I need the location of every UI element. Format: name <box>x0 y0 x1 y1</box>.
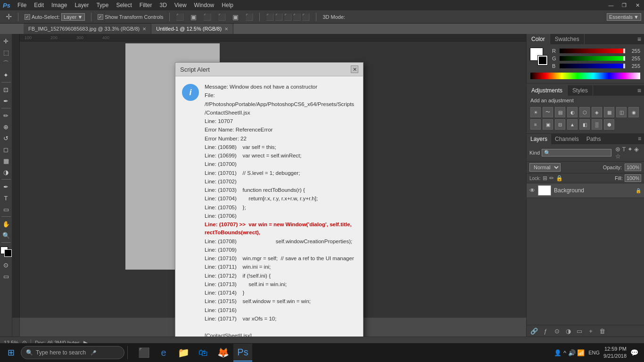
invert-adjustment-icon[interactable]: ⊟ <box>555 119 565 130</box>
show-transform-checkbox[interactable] <box>98 14 103 20</box>
brush-tool[interactable]: ✏ <box>1 110 11 121</box>
eyedropper-tool[interactable]: ✒ <box>1 96 11 106</box>
start-button[interactable]: ⊞ <box>2 344 20 362</box>
selectivecolor-adjustment-icon[interactable]: ⬢ <box>604 119 614 130</box>
hsl-adjustment-icon[interactable]: ◈ <box>592 107 602 117</box>
lock-all-icon[interactable]: 🔒 <box>556 175 563 181</box>
tab-untitled-close[interactable]: ✕ <box>224 26 228 32</box>
auto-select-check[interactable]: Auto-Select: Layer ▼ <box>22 12 88 22</box>
quick-mask-tool[interactable]: ⊙ <box>1 260 11 270</box>
align-left-icon[interactable]: ⬛ <box>215 12 229 22</box>
tab-fb-img[interactable]: FB_IMG_1527696085683.jpg @ 33.3% (RGB/8)… <box>24 24 151 34</box>
taskbar-store[interactable]: 🛍 <box>194 344 213 362</box>
layers-panel-collapse-icon[interactable]: ≡ <box>635 134 644 144</box>
align-top-icon[interactable]: ⬛ <box>173 12 187 22</box>
opacity-input[interactable] <box>625 164 641 171</box>
taskbar-edge[interactable]: e <box>154 344 173 362</box>
background-color[interactable] <box>4 249 12 257</box>
crop-tool[interactable]: ⊡ <box>1 84 11 95</box>
notifications-icon[interactable]: 💬 <box>630 349 638 356</box>
pen-tool[interactable]: ✒ <box>1 181 11 192</box>
tab-fb-img-close[interactable]: ✕ <box>142 26 146 32</box>
lasso-tool[interactable]: ⌒ <box>1 58 11 69</box>
levels-adjustment-icon[interactable]: ▤ <box>555 107 565 117</box>
fill-input[interactable] <box>625 174 641 182</box>
colbalance-adjustment-icon[interactable]: ▦ <box>604 107 614 117</box>
layers-search-input[interactable] <box>542 149 611 156</box>
tab-swatches[interactable]: Swatches <box>550 34 585 44</box>
layer-mask-icon[interactable]: ⊙ <box>552 327 561 335</box>
menu-help[interactable]: Help <box>218 1 237 9</box>
layer-delete-icon[interactable]: 🗑 <box>597 327 607 335</box>
adjustments-collapse-icon[interactable]: ≡ <box>635 85 644 96</box>
brightness-adjustment-icon[interactable]: ☀ <box>530 107 541 117</box>
blue-slider[interactable] <box>560 64 625 68</box>
modal-close-button[interactable]: ✕ <box>351 66 358 73</box>
menu-filter[interactable]: Filter <box>136 1 156 9</box>
taskbar-firefox[interactable]: 🦊 <box>214 344 232 362</box>
auto-select-type-dropdown[interactable]: Layer ▼ <box>61 13 85 21</box>
taskbar-task-view[interactable]: ⬛ <box>134 344 153 362</box>
layer-style-icon[interactable]: ƒ <box>541 327 550 335</box>
screen-mode-tool[interactable]: ▭ <box>1 271 11 281</box>
hand-tool[interactable]: ✋ <box>1 219 11 229</box>
tab-styles[interactable]: Styles <box>568 85 593 96</box>
colorlookup-adjustment-icon[interactable]: ▣ <box>543 119 553 130</box>
menu-window[interactable]: Window <box>191 1 218 9</box>
tab-untitled[interactable]: Untitled-1 @ 12.5% (RGB/8) ✕ <box>151 24 233 34</box>
gradient-tool[interactable]: ▦ <box>1 156 11 166</box>
background-color-swatch[interactable] <box>538 56 547 65</box>
taskbar-search-box[interactable]: 🔍 Type here to search 🎤 <box>21 346 124 359</box>
vibrance-adjustment-icon[interactable]: ⬡ <box>579 107 590 117</box>
color-spectrum-bar[interactable] <box>530 73 640 79</box>
taskbar-explorer[interactable]: 📁 <box>174 344 193 362</box>
magic-wand-tool[interactable]: ✦ <box>1 70 11 80</box>
restore-button[interactable]: ❐ <box>618 0 631 10</box>
lock-position-icon[interactable]: ⊞ <box>543 175 547 181</box>
show-transform-check[interactable]: Show Transform Controls <box>95 13 166 21</box>
red-slider[interactable] <box>560 49 625 53</box>
align-bottom-icon[interactable]: ⬛ <box>200 12 214 22</box>
threshold-adjustment-icon[interactable]: ◧ <box>579 119 590 130</box>
curves-adjustment-icon[interactable]: 〜 <box>543 107 553 117</box>
menu-layer[interactable]: Layer <box>71 1 92 9</box>
auto-select-checkbox[interactable] <box>25 14 30 20</box>
align-right-icon[interactable]: ⬛ <box>242 12 256 22</box>
gradientmap-adjustment-icon[interactable]: ▒ <box>592 119 602 130</box>
menu-edit[interactable]: Edit <box>31 1 47 9</box>
layer-visibility-icon[interactable]: 👁 <box>529 187 535 194</box>
blend-mode-dropdown[interactable]: Normal <box>529 163 561 172</box>
essentials-dropdown[interactable]: Essentials ▼ <box>607 13 641 21</box>
layer-background[interactable]: 👁 Background 🔒 <box>527 183 644 198</box>
green-slider[interactable] <box>560 56 625 61</box>
clone-tool[interactable]: ⊕ <box>1 122 11 132</box>
layer-new-icon[interactable]: + <box>586 327 595 335</box>
layer-group-icon[interactable]: ▭ <box>575 327 584 335</box>
posterize-adjustment-icon[interactable]: ▲ <box>567 119 578 130</box>
menu-image[interactable]: Image <box>48 1 70 9</box>
selection-tool[interactable]: ⬚ <box>1 47 11 58</box>
tab-channels[interactable]: Channels <box>551 134 583 144</box>
tab-color[interactable]: Color <box>527 34 550 44</box>
photofilter-adjustment-icon[interactable]: ◉ <box>628 107 639 117</box>
history-brush-tool[interactable]: ↺ <box>1 133 11 143</box>
shape-tool[interactable]: ▭ <box>1 204 11 214</box>
exposure-adjustment-icon[interactable]: ◐ <box>567 107 578 117</box>
menu-file[interactable]: File <box>14 1 30 9</box>
zoom-tool[interactable]: 🔍 <box>1 230 11 240</box>
fg-bg-color-switcher[interactable] <box>0 247 12 257</box>
channelmixer-adjustment-icon[interactable]: ≡ <box>530 119 541 130</box>
tab-layers[interactable]: Layers <box>527 134 551 144</box>
menu-view[interactable]: View <box>171 1 190 9</box>
color-panel-collapse-icon[interactable]: ≡ <box>635 34 644 44</box>
eraser-tool[interactable]: ◻ <box>1 144 11 155</box>
align-center-icon[interactable]: ▣ <box>188 12 199 22</box>
menu-select[interactable]: Select <box>113 1 135 9</box>
menu-3d[interactable]: 3D <box>156 1 170 9</box>
minimize-button[interactable]: — <box>604 0 618 10</box>
text-tool[interactable]: T <box>1 193 11 203</box>
layer-adjustment-icon[interactable]: ◑ <box>563 327 573 335</box>
close-button[interactable]: ✕ <box>631 0 644 10</box>
tab-paths[interactable]: Paths <box>583 134 605 144</box>
tab-adjustments[interactable]: Adjustments <box>527 85 568 96</box>
